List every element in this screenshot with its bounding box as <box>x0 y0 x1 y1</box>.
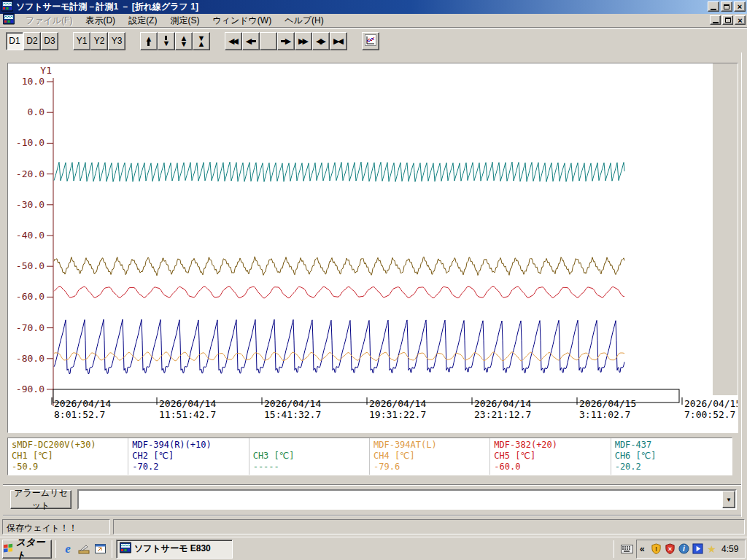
compress-horizontal-button[interactable]: ▶◀ <box>330 32 347 50</box>
child-restore-button[interactable] <box>722 15 733 25</box>
y-tick-label: -90.0 <box>16 384 44 394</box>
child-minimize-button[interactable] <box>710 15 721 25</box>
start-button[interactable]: スタート <box>2 540 52 559</box>
compress-vertical-button[interactable]: ▼▲ <box>193 32 210 50</box>
toolbar-data-group: D1D2D3 <box>6 32 58 50</box>
line-chart-panel: Y110.00.0-10.0-20.0-30.0-40.0-50.0-60.0-… <box>7 63 738 433</box>
ie-icon[interactable]: e <box>60 540 76 558</box>
star-icon[interactable]: ★ <box>705 542 718 555</box>
windows-logo-icon <box>3 542 14 556</box>
compress-horizontal-icon: ▶◀ <box>333 36 344 46</box>
legend-cell-ch3: CH3 [℃]----- <box>249 438 370 475</box>
channel-label: CH6 [℃] <box>615 451 732 462</box>
x-tick-date: 2026/04/14 <box>474 398 531 409</box>
system-tray: « ! × i ★ 4:59 <box>636 540 746 559</box>
divider <box>3 515 741 516</box>
show-desktop-icon[interactable] <box>76 540 92 558</box>
info-balloon-icon[interactable]: i <box>678 542 690 555</box>
x-tick-date: 2026/04/15 <box>684 398 738 409</box>
series-ch2 <box>54 319 624 374</box>
alarm-reset-button[interactable]: アラームリセット <box>10 490 71 509</box>
menu-item-3[interactable]: 測定(S) <box>163 13 206 28</box>
rewind-button[interactable]: ◀◀ <box>225 32 242 50</box>
toolbar-transport-group: ◀◀◀▶▶▶◀▶▶◀ <box>225 32 347 50</box>
media-play-icon[interactable] <box>692 542 704 555</box>
toolbar-button-y1[interactable]: Y1 <box>73 32 90 50</box>
channel-label: CH2 [℃] <box>132 451 248 462</box>
series-ch5 <box>54 287 624 298</box>
y-tick-label: -60.0 <box>16 291 44 302</box>
fast-forward-button[interactable]: ▶▶ <box>295 32 312 50</box>
step-forward-button[interactable]: ▶ <box>277 32 295 50</box>
tray-clock: 4:59 <box>721 544 738 554</box>
y-tick-label: -50.0 <box>16 260 44 271</box>
graph-display-icon <box>365 34 376 48</box>
window-edge <box>741 52 747 537</box>
scroll-down-icon: ▼ <box>163 36 171 46</box>
security-alert-icon[interactable]: × <box>664 542 676 555</box>
menu-item-1[interactable]: 表示(D) <box>79 13 122 28</box>
legend-cell-ch4: MDF-394AT(L)CH4 [℃]-79.6 <box>370 438 490 475</box>
restore-button[interactable] <box>721 1 732 12</box>
y-tick-label: 10.0 <box>22 76 44 87</box>
step-back-icon: ◀ <box>246 38 256 44</box>
legend-cell-ch5: MDF-382(+20)CH5 [℃]-60.0 <box>490 438 611 475</box>
graph-display-button[interactable] <box>362 32 379 50</box>
channel-label: CH4 [℃] <box>374 451 489 462</box>
x-tick-time: 7:00:52.7 <box>684 409 735 420</box>
channel-value: -50.9 <box>12 462 128 472</box>
y-tick-label: -40.0 <box>16 230 44 241</box>
x-tick-date: 2026/04/15 <box>579 398 636 409</box>
task-button[interactable]: ソフトサーモ E830 <box>116 540 233 559</box>
y-tick-label: -70.0 <box>16 322 44 333</box>
close-icon: × <box>738 17 742 24</box>
toolbar: D1D2D3 Y1Y2Y3 ▲▼▲▼▼▲ ◀◀◀▶▶▶◀▶▶◀ <box>0 28 747 52</box>
scroll-up-button[interactable]: ▲ <box>140 32 158 50</box>
series-ch6 <box>54 162 624 182</box>
toolbar-button-y2[interactable]: Y2 <box>90 32 108 50</box>
menu-bar: ファイル(F)表示(D)設定(Z)測定(S)ウィンドウ(W)ヘルプ(H) × <box>0 14 747 28</box>
keyboard-icon[interactable] <box>621 545 633 553</box>
legend-cell-ch2: MDF-394(R)(+10)CH2 [℃]-70.2 <box>128 438 249 475</box>
close-button[interactable]: × <box>734 1 746 12</box>
security-warning-icon[interactable]: ! <box>650 542 662 555</box>
x-tick-time: 8:01:52.7 <box>54 409 105 420</box>
scroll-down-button[interactable]: ▼ <box>158 32 175 50</box>
x-tick-date: 2026/04/14 <box>54 398 111 409</box>
x-tick-date: 2026/04/14 <box>264 398 321 409</box>
chevron-down-icon: ▼ <box>726 497 732 503</box>
window-shortcut-icon[interactable] <box>92 540 108 558</box>
series-ch1 <box>54 257 624 276</box>
series-ch4 <box>54 352 624 361</box>
expand-vertical-button[interactable]: ▲▼ <box>175 32 193 50</box>
menu-item-2[interactable]: 設定(Z) <box>122 13 163 28</box>
toolbar-button-d3[interactable]: D3 <box>41 32 58 50</box>
x-tick-time: 15:41:32.7 <box>264 409 321 420</box>
minimize-button[interactable] <box>708 1 719 12</box>
taskbar-separator <box>55 540 56 558</box>
app-icon <box>1 0 13 15</box>
menu-item-4[interactable]: ウィンドウ(W) <box>206 13 278 28</box>
channel-name: MDF-394(R)(+10) <box>132 440 248 451</box>
stop-button[interactable] <box>260 32 277 50</box>
expand-horizontal-button[interactable]: ◀▶ <box>312 32 330 50</box>
toolbar-button-y3[interactable]: Y3 <box>108 32 125 50</box>
minimize-icon <box>713 22 719 23</box>
alarm-combobox[interactable]: ▼ <box>77 489 737 510</box>
child-close-button[interactable]: × <box>735 15 746 25</box>
combobox-dropdown-button[interactable]: ▼ <box>722 491 735 508</box>
svg-text:!: ! <box>655 545 657 553</box>
restore-icon <box>724 4 729 9</box>
toolbar-nav-group: ▲▼▲▼▼▲ <box>140 32 210 50</box>
y-tick-label: -80.0 <box>16 353 44 364</box>
tray-expand-button[interactable]: « <box>640 544 649 554</box>
taskbar: スタート e ソフトサーモ E830 « ! × <box>0 537 747 560</box>
channel-value: -79.6 <box>374 462 489 472</box>
step-back-button[interactable]: ◀ <box>242 32 260 50</box>
alarm-combobox-value <box>79 491 722 508</box>
toolbar-button-d1[interactable]: D1 <box>6 32 23 50</box>
taskbar-separator <box>614 540 614 558</box>
toolbar-button-d2[interactable]: D2 <box>23 32 41 50</box>
minimize-icon <box>711 9 716 10</box>
menu-item-5[interactable]: ヘルプ(H) <box>278 13 330 28</box>
